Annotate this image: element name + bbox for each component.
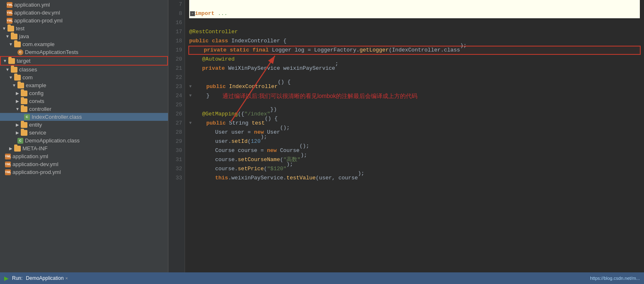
folder-icon <box>14 146 21 152</box>
code-line-23: ▼ public IndexController() { <box>189 82 640 91</box>
file-label: application-prod.yml <box>14 17 62 24</box>
sidebar-item-controller[interactable]: ▼ controller <box>0 105 168 113</box>
list-item[interactable]: YML application-dev.yml <box>0 9 168 17</box>
folder-icon <box>8 58 15 64</box>
folder-icon <box>21 122 27 128</box>
code-line-21: private WeiXinPayService weixinPayServic… <box>189 64 640 73</box>
collapse-icon[interactable]: ▼ <box>189 119 192 128</box>
folder-label: com <box>22 74 33 81</box>
yaml-icon: YML <box>7 2 12 8</box>
sidebar-item-classes[interactable]: ▼ classes <box>0 66 168 73</box>
folder-label: consts <box>29 98 44 104</box>
sidebar-item-java[interactable]: ▼ java <box>0 32 168 40</box>
folder-icon <box>17 83 24 88</box>
class-icon: C <box>24 114 30 120</box>
code-line-31: course.setCourseName("高数"); <box>189 155 640 164</box>
sidebar-item-demoapplication-class[interactable]: ▼ C DemoApplication.class <box>0 137 168 144</box>
chevron-right-icon: ▶ <box>15 91 20 95</box>
sidebar-item-demo-tests[interactable]: ▼ C DemoApplicationTests <box>0 48 168 56</box>
code-line-33: this.weixinPayService.testValue(user, co… <box>189 174 640 183</box>
code-line-32: course.setPrice("$120"); <box>189 164 640 174</box>
file-label: DemoApplication.class <box>25 137 80 144</box>
code-line-30: Course course = new Course(); <box>189 146 640 155</box>
file-label: application.yml <box>14 2 50 8</box>
run-label: Run: <box>12 275 22 281</box>
annotation-text: 通过编译以后:我们可以很清晰的看见lombok的注解最后会编译成上方的代码 <box>222 91 417 100</box>
yaml-icon: YML <box>7 10 12 16</box>
folder-icon <box>21 98 27 104</box>
collapse-icon[interactable]: ▼ <box>189 82 192 91</box>
chevron-down-icon: ▼ <box>2 26 7 31</box>
sidebar-item-target[interactable]: ▼ target <box>0 56 168 66</box>
code-editor[interactable]: 7 8 16 17 18 19 20 21 22 23 24 25 26 27 … <box>168 0 644 272</box>
list-item[interactable]: YML application-prod.yml <box>0 168 168 176</box>
code-line-25 <box>189 100 640 110</box>
list-item[interactable]: YML application.yml <box>0 152 168 160</box>
app-label: DemoApplication <box>26 275 64 281</box>
chevron-down-icon: ▼ <box>8 42 13 47</box>
yaml-icon: YML <box>5 154 11 159</box>
code-line-22 <box>189 73 640 82</box>
folder-icon <box>14 42 21 47</box>
list-item[interactable]: YML application-prod.yml <box>0 17 168 24</box>
folder-icon <box>21 91 27 96</box>
code-line-16 <box>189 18 640 27</box>
fold-marker[interactable]: + <box>190 11 195 16</box>
file-label: application-dev.yml <box>12 161 58 167</box>
sidebar-item-indexcontroller-class[interactable]: ▼ C IndexController.class <box>0 113 168 121</box>
bottom-url: https://blog.csdn.net/m... <box>590 276 640 281</box>
file-label: application-dev.yml <box>14 10 60 16</box>
sidebar-item-service[interactable]: ▶ service <box>0 129 168 137</box>
sidebar-item-com[interactable]: ▼ com <box>0 73 168 81</box>
chevron-right-icon: ▶ <box>15 122 20 127</box>
folder-label: META-INF <box>22 145 47 152</box>
chevron-down-icon: ▼ <box>2 59 7 63</box>
sidebar-item-test[interactable]: ▼ test <box>0 24 168 32</box>
folder-icon <box>7 26 14 32</box>
folder-icon <box>21 106 27 112</box>
yaml-icon: YML <box>5 169 11 175</box>
sidebar-item-entity[interactable]: ▶ entity <box>0 121 168 129</box>
chevron-down-icon: ▼ <box>5 34 10 39</box>
app-tab: DemoApplication × <box>26 275 68 281</box>
folder-label: config <box>29 90 44 96</box>
sidebar-item-meta-inf[interactable]: ▶ META-INF <box>0 144 168 152</box>
folder-label: classes <box>19 66 37 73</box>
chevron-right-icon: ▶ <box>15 99 20 103</box>
chevron-down-icon: ▼ <box>5 67 10 72</box>
code-line-18: public class IndexController { <box>189 37 640 46</box>
code-line-17: @RestController <box>189 27 640 37</box>
list-item[interactable]: YML application.yml <box>0 1 168 9</box>
collapse-icon[interactable]: ▼ <box>189 91 192 100</box>
folder-label: service <box>29 130 46 136</box>
code-content: + import ... @RestController public clas… <box>185 0 644 272</box>
code-line-19: private static final Logger log = Logger… <box>188 46 641 55</box>
list-item[interactable]: YML application-dev.yml <box>0 160 168 168</box>
sidebar-item-conts[interactable]: ▶ consts <box>0 97 168 105</box>
sidebar-item-com-example[interactable]: ▼ com.example <box>0 40 168 48</box>
code-line-7 <box>189 0 640 9</box>
folder-label: test <box>16 25 25 32</box>
folder-icon <box>11 34 17 39</box>
code-area: 7 8 16 17 18 19 20 21 22 23 24 25 26 27 … <box>168 0 644 272</box>
folder-icon <box>21 130 27 136</box>
yaml-icon: YML <box>5 162 11 167</box>
sidebar-item-config[interactable]: ▶ config <box>0 89 168 97</box>
close-button[interactable]: × <box>65 276 68 281</box>
file-label: IndexController.class <box>32 114 82 120</box>
code-line-8: + import ... <box>189 9 640 18</box>
java-icon: C <box>17 49 23 55</box>
folder-label: example <box>26 82 46 88</box>
file-label: DemoApplicationTests <box>25 49 79 55</box>
folder-icon <box>14 75 21 81</box>
bottom-left: ▶ Run: DemoApplication × <box>4 275 68 282</box>
folder-label: target <box>17 58 30 64</box>
yaml-icon: YML <box>7 18 12 24</box>
folder-label: entity <box>29 122 42 128</box>
file-label: application.yml <box>12 153 48 159</box>
sidebar-item-example[interactable]: ▼ example <box>0 81 168 89</box>
folder-icon <box>11 67 17 73</box>
code-line-27: ▼ public String test() { <box>189 119 640 128</box>
main-container: YML application.yml YML application-dev.… <box>0 0 644 272</box>
code-line-20: @Autowired <box>189 55 640 64</box>
